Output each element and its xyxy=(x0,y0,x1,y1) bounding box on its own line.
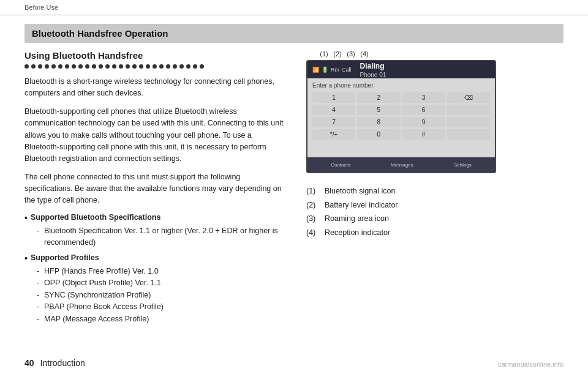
sub-list-item: Bluetooth Specification Ver. 1.1 or high… xyxy=(37,225,288,249)
dot xyxy=(85,64,89,69)
dot xyxy=(65,64,69,69)
bottom-nav-button[interactable]: Settings xyxy=(454,162,472,168)
sub-list-item: PBAP (Phone Book Access Profile) xyxy=(37,301,288,313)
callout-number: (3) xyxy=(344,50,358,58)
keypad-key[interactable]: 1 xyxy=(312,92,355,103)
section-title-bar: Bluetooth Handsfree Operation xyxy=(24,24,564,43)
dot xyxy=(159,64,164,69)
body-paragraph: Bluetooth is a short-range wireless tech… xyxy=(24,76,288,100)
keypad: 123⌫456789*/+0# xyxy=(312,92,490,140)
dot xyxy=(105,64,110,69)
keypad-key[interactable]: 8 xyxy=(357,117,400,127)
dot xyxy=(153,64,157,69)
keypad-key[interactable]: 6 xyxy=(402,105,445,115)
subsection-title: Using Bluetooth Handsfree xyxy=(24,50,288,61)
dot xyxy=(119,64,123,69)
screen-container: 📶 🔋 Rm Call Dialing Phone 01 Enter a pho… xyxy=(306,60,496,173)
bottom-nav-button[interactable]: Contacts xyxy=(331,162,350,168)
section-title: Bluetooth Handsfree Operation xyxy=(32,28,168,39)
keypad-key[interactable] xyxy=(447,117,490,127)
keypad-key[interactable]: 3 xyxy=(402,92,445,103)
keypad-key[interactable]: # xyxy=(402,129,445,140)
page-footer: 40 Introduction xyxy=(24,358,564,368)
dot xyxy=(24,64,29,69)
call-icon: Call xyxy=(342,67,352,73)
keypad-key[interactable]: 2 xyxy=(357,92,400,103)
keypad-key[interactable] xyxy=(447,129,490,140)
bottom-nav-button[interactable]: Messages xyxy=(391,162,413,168)
callout-number: (1) xyxy=(317,50,331,58)
header-label: Before Use xyxy=(24,4,58,11)
dot xyxy=(193,64,197,69)
bullet-section: Supported Bluetooth SpecificationsBlueto… xyxy=(24,213,288,249)
dot xyxy=(112,64,116,69)
callout-number: (4) xyxy=(358,50,371,58)
dot xyxy=(173,64,177,69)
keypad-key[interactable]: ⌫ xyxy=(447,92,490,103)
legend-item: (2)Battery level indicator xyxy=(306,198,398,212)
dot xyxy=(58,64,62,69)
legend-number: (3) xyxy=(306,212,320,226)
legend-number: (2) xyxy=(306,198,320,212)
keypad-key[interactable]: 5 xyxy=(357,105,400,115)
callout-numbers-row: (1)(2)(3)(4) xyxy=(306,50,371,58)
dot xyxy=(51,64,56,69)
keypad-key[interactable]: 0 xyxy=(357,129,400,140)
dots-row xyxy=(24,64,288,69)
legend-item: (3)Roaming area icon xyxy=(306,212,398,226)
keypad-key[interactable]: 7 xyxy=(312,117,355,127)
legend-number: (4) xyxy=(306,226,320,240)
phone-screen: 📶 🔋 Rm Call Dialing Phone 01 Enter a pho… xyxy=(306,60,496,173)
sub-list-item: MAP (Message Access Profile) xyxy=(37,313,288,325)
dot xyxy=(186,64,190,69)
legend-label: Reception indicator xyxy=(325,226,390,240)
dialing-subtitle: Phone 01 xyxy=(360,72,386,78)
keypad-key[interactable] xyxy=(447,105,490,115)
right-column: (1)(2)(3)(4) 📶 🔋 Rm Call Dialing Phone 0… xyxy=(306,50,514,330)
dot xyxy=(38,64,42,69)
legend-number: (1) xyxy=(306,184,320,198)
roaming-icon: Rm xyxy=(331,67,339,73)
dot xyxy=(132,64,137,69)
sub-list: Bluetooth Specification Ver. 1.1 or high… xyxy=(37,225,288,249)
legend-item: (4)Reception indicator xyxy=(306,226,398,240)
sub-list-item: HFP (Hands Free Profile) Ver. 1.0 xyxy=(37,266,288,277)
sub-list-item: SYNC (Synchronization Profile) xyxy=(37,290,288,301)
dot xyxy=(78,64,83,69)
page-header: Before Use xyxy=(0,0,588,15)
content-area: Using Bluetooth Handsfree Bluetooth is a… xyxy=(0,50,588,330)
signal-icon: 📶 xyxy=(312,67,319,73)
sub-list-item: OPP (Object Push Profile) Ver. 1.1 xyxy=(37,277,288,289)
dot xyxy=(200,64,204,69)
dot xyxy=(31,64,36,69)
legend-item: (1)Bluetooth signal icon xyxy=(306,184,398,198)
body-paragraph: Bluetooth-supporting cell phones that ut… xyxy=(24,106,288,165)
keypad-key[interactable]: 4 xyxy=(312,105,355,115)
legend-list: (1)Bluetooth signal icon(2)Battery level… xyxy=(306,184,398,239)
bullet-main-label: Supported Bluetooth Specifications xyxy=(24,213,288,223)
bullet-section: Supported ProfilesHFP (Hands Free Profil… xyxy=(24,253,288,325)
dot xyxy=(166,64,170,69)
body-paragraph: The cell phone connected to this unit mu… xyxy=(24,171,288,207)
watermark: carmanualsonline.info xyxy=(498,361,564,368)
keypad-key[interactable]: */+ xyxy=(312,129,355,140)
dot xyxy=(126,64,130,69)
dot xyxy=(179,64,184,69)
enter-prompt: Enter a phone number. xyxy=(312,82,490,89)
dot xyxy=(92,64,96,69)
sub-list: HFP (Hands Free Profile) Ver. 1.0OPP (Ob… xyxy=(37,266,288,325)
dot xyxy=(146,64,150,69)
keypad-key[interactable]: 9 xyxy=(402,117,445,127)
phone-bottom-bar: ContactsMessagesSettings xyxy=(307,157,495,172)
dot xyxy=(99,64,103,69)
footer-section-label: Introduction xyxy=(40,358,85,368)
legend-label: Bluetooth signal icon xyxy=(325,184,395,198)
callout-number: (2) xyxy=(331,50,344,58)
legend-label: Battery level indicator xyxy=(325,198,398,212)
bullet-main-label: Supported Profiles xyxy=(24,253,288,264)
page-number: 40 xyxy=(24,358,34,368)
battery-icon: 🔋 xyxy=(322,67,328,73)
dot xyxy=(72,64,76,69)
dialing-title: Dialing xyxy=(360,62,385,70)
dot xyxy=(139,64,143,69)
